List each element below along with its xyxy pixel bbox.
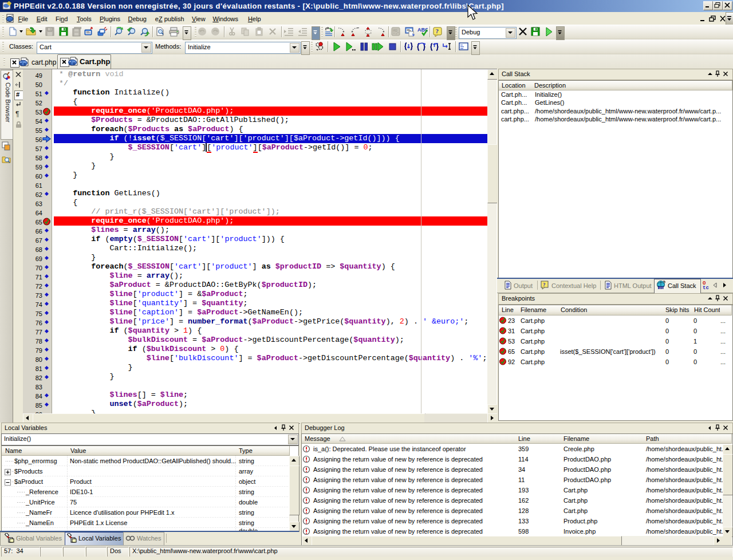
svg-text:tc: tc <box>703 285 709 290</box>
svg-text:10101: 10101 <box>659 287 667 290</box>
svg-text:?: ? <box>436 27 439 34</box>
svg-text:if(): if() <box>393 29 397 32</box>
svg-text:?: ? <box>543 282 546 287</box>
